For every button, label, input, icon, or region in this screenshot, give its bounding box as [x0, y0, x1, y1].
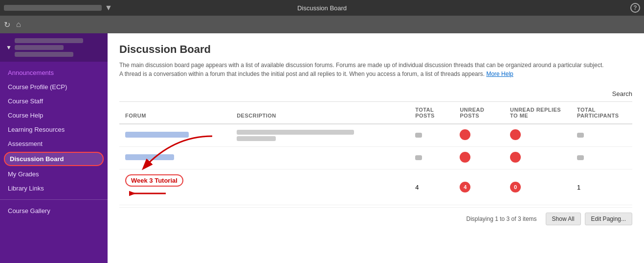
sidebar-item-course-profile[interactable]: Course Profile (ECP)	[0, 80, 108, 94]
page-heading: Discussion Board	[119, 43, 632, 56]
col-total-posts: TOTAL POSTS	[409, 102, 454, 124]
participants-blurred-row1	[577, 133, 584, 138]
more-help-link[interactable]: More Help	[486, 71, 513, 77]
course-name-line1	[15, 38, 83, 43]
search-bar: Search	[119, 86, 632, 102]
table-row	[119, 147, 632, 169]
arrow-week3	[129, 188, 168, 199]
sidebar-item-course-staff[interactable]: Course Staff	[0, 94, 108, 108]
total-participants-cell-row2	[571, 147, 632, 169]
unread-replies-cell-row1	[504, 124, 571, 147]
unread-posts-dot-row2	[460, 152, 470, 163]
page-description: The main discussion board page appears w…	[119, 61, 608, 78]
sidebar-nav: Announcements Course Profile (ECP) Cours…	[0, 62, 108, 222]
unread-replies-cell-row3: 0	[504, 169, 571, 205]
course-name-line3	[15, 52, 73, 57]
total-participants-cell-row1	[571, 124, 632, 147]
participants-blurred-row2	[577, 155, 584, 160]
col-total-participants: TOTAL PARTICIPANTS	[571, 102, 632, 124]
paging-footer: Displaying 1 to 3 of 3 items Show All Ed…	[119, 207, 632, 230]
sidebar-item-discussion-board[interactable]: Discussion Board	[4, 152, 104, 166]
total-participants-cell-row3: 1	[571, 169, 632, 205]
forum-cell-row3: Week 3 Tutorial	[119, 169, 231, 205]
refresh-icon[interactable]: ↻	[4, 20, 10, 29]
sidebar-item-learning-resources[interactable]: Learning Resources	[0, 122, 108, 137]
sidebar-chevron[interactable]: ▼	[6, 44, 12, 51]
unread-replies-cell-row2	[504, 147, 571, 169]
unread-posts-cell-row1	[454, 124, 504, 147]
total-posts-cell-row1	[409, 124, 454, 147]
unread-posts-dot-row1	[460, 129, 470, 140]
sidebar: ▼ Announcements Course Profile (ECP) Cou…	[0, 33, 108, 263]
desc-cell-row3	[231, 169, 409, 205]
forum-cell-row2	[119, 147, 231, 169]
sidebar-item-library-links[interactable]: Library Links	[0, 181, 108, 195]
desc-blurred-row1-line2	[237, 136, 276, 141]
course-header-blurred	[4, 5, 102, 11]
sidebar-item-my-grades[interactable]: My Grades	[0, 167, 108, 181]
desc-cell-row2	[231, 147, 409, 169]
forum-table-wrapper: FORUM DESCRIPTION TOTAL POSTS UNREAD POS…	[119, 102, 632, 230]
forum-link-blurred-row2[interactable]	[125, 154, 174, 160]
dropdown-arrow[interactable]: ▼	[105, 3, 112, 12]
forum-cell-row1	[119, 124, 231, 147]
forum-link-blurred-row1[interactable]	[125, 132, 189, 138]
table-row	[119, 124, 632, 147]
paging-text: Displaying 1 to 3 of 3 items	[466, 215, 537, 222]
content-area: Discussion Board The main discussion boa…	[108, 33, 644, 263]
course-name-line2	[15, 45, 64, 50]
col-forum: FORUM	[119, 102, 231, 124]
unread-replies-dot-row2	[510, 152, 521, 163]
sidebar-item-course-gallery[interactable]: Course Gallery	[0, 204, 108, 218]
unread-posts-badge-row3: 4	[460, 182, 470, 192]
total-posts-cell-row2	[409, 147, 454, 169]
total-posts-blurred-row1	[415, 133, 422, 138]
search-link[interactable]: Search	[612, 90, 632, 97]
sidebar-item-course-help[interactable]: Course Help	[0, 108, 108, 122]
course-header: ▼	[0, 33, 108, 62]
desc-blurred-row1-line1	[237, 130, 354, 135]
show-all-button[interactable]: Show All	[546, 213, 581, 225]
top-bar: ▼ Discussion Board ?	[0, 0, 644, 16]
col-description: DESCRIPTION	[231, 102, 409, 124]
unread-posts-cell-row2	[454, 147, 504, 169]
total-posts-blurred-row2	[415, 155, 422, 160]
page-title-topbar: Discussion Board	[297, 4, 347, 12]
main-layout: ▼ Announcements Course Profile (ECP) Cou…	[0, 33, 644, 263]
unread-replies-dot-row1	[510, 129, 521, 140]
icon-bar: ↻ ⌂	[0, 16, 644, 33]
sidebar-item-announcements[interactable]: Announcements	[0, 66, 108, 80]
edit-paging-button[interactable]: Edit Paging...	[585, 213, 632, 225]
total-posts-cell-row3: 4	[409, 169, 454, 205]
desc-cell-row1	[231, 124, 409, 147]
home-icon[interactable]: ⌂	[16, 20, 21, 29]
col-unread-replies: UNREAD REPLIES TO ME	[504, 102, 571, 124]
forum-table: FORUM DESCRIPTION TOTAL POSTS UNREAD POS…	[119, 102, 632, 205]
sidebar-item-assessment[interactable]: Assessment	[0, 137, 108, 151]
unread-posts-cell-row3: 4	[454, 169, 504, 205]
help-icon[interactable]: ?	[630, 3, 640, 13]
col-unread-posts: UNREAD POSTS	[454, 102, 504, 124]
table-row: Week 3 Tutorial	[119, 169, 632, 205]
sidebar-divider	[0, 199, 108, 200]
week3-tutorial-link[interactable]: Week 3 Tutorial	[125, 174, 183, 187]
table-header-row: FORUM DESCRIPTION TOTAL POSTS UNREAD POS…	[119, 102, 632, 124]
unread-replies-badge-row3: 0	[510, 182, 521, 192]
